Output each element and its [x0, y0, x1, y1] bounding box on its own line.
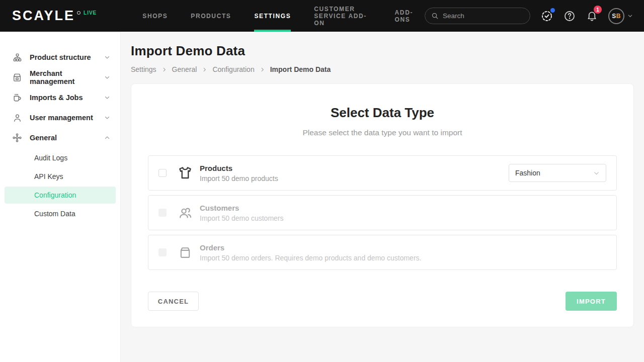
sidebar-subitem-custom-data[interactable]: Custom Data [5, 205, 116, 222]
import-demo-data-card: Select Data Type Please select the data … [131, 83, 634, 327]
sidebar-item-general[interactable]: General [0, 128, 120, 148]
breadcrumb-general[interactable]: General [172, 65, 197, 73]
select-value: Fashion [515, 169, 540, 177]
hub-icon [12, 133, 22, 143]
card-subheading: Please select the data type you want to … [148, 128, 617, 137]
mug-icon [12, 93, 22, 103]
top-navigation-bar: SCAYLE LIVE SHOPS PRODUCTS SETTINGS CUST… [0, 0, 644, 32]
global-search[interactable] [425, 8, 530, 24]
topbar-actions: 1 SB [425, 0, 633, 32]
unread-dot-badge [550, 8, 555, 13]
help-button[interactable] [564, 10, 576, 22]
brand-name: SCAYLE [12, 8, 75, 24]
chevron-right-icon [202, 67, 207, 72]
avatar-initial: B [616, 13, 621, 20]
sidebar-item-label: General [30, 134, 57, 142]
nav-products[interactable]: PRODUCTS [179, 0, 243, 32]
sidebar-item-imports-jobs[interactable]: Imports & Jobs [0, 87, 120, 108]
store-icon [12, 72, 22, 82]
nav-customer-service-add-on[interactable]: CUSTOMER SERVICE ADD-ON [302, 0, 383, 32]
nav-settings[interactable]: SETTINGS [243, 0, 302, 32]
breadcrumb-import-demo-data: Import Demo Data [270, 65, 331, 73]
option-row-orders: Orders Import 50 demo orders. Requires d… [148, 235, 617, 270]
chevron-up-icon [104, 135, 110, 141]
avatar-initial: S [612, 13, 616, 20]
data-type-options: Products Import 50 demo products Fashion [148, 155, 617, 270]
customers-icon [178, 205, 193, 220]
updates-button[interactable] [541, 10, 553, 22]
breadcrumb-configuration[interactable]: Configuration [212, 65, 254, 73]
breadcrumb: Settings General Configuration Import De… [131, 65, 634, 73]
option-title: Customers [200, 204, 284, 212]
orders-checkbox [158, 248, 167, 256]
notification-count-badge: 1 [594, 6, 602, 14]
chevron-down-icon [104, 95, 110, 101]
top-nav: SHOPS PRODUCTS SETTINGS CUSTOMER SERVICE… [131, 0, 425, 32]
chevron-down-icon [104, 115, 110, 121]
sidebar-item-label: User management [30, 114, 93, 122]
chevron-down-icon [104, 74, 110, 80]
page-title: Import Demo Data [131, 43, 634, 59]
customers-checkbox [158, 209, 167, 217]
option-row-products[interactable]: Products Import 50 demo products Fashion [148, 155, 617, 191]
import-button[interactable]: IMPORT [566, 292, 617, 311]
sidebar: Product structure Merchant management [0, 32, 121, 362]
option-description: Import 50 demo products [200, 174, 278, 183]
chevron-down-icon [627, 13, 633, 19]
option-title: Orders [200, 243, 421, 252]
option-row-customers: Customers Import 50 demo customers [148, 195, 617, 230]
hierarchy-icon [12, 52, 22, 62]
dialog-actions: CANCEL IMPORT [148, 292, 617, 311]
orders-box-icon [178, 245, 193, 260]
chevron-down-icon [593, 170, 600, 176]
option-title: Products [200, 164, 278, 172]
sidebar-subitem-configuration[interactable]: Configuration [5, 187, 116, 204]
brand-circle-icon [77, 11, 80, 15]
sidebar-item-merchant-management[interactable]: Merchant management [0, 67, 120, 87]
nav-shops[interactable]: SHOPS [131, 0, 179, 32]
avatar: SB [608, 8, 624, 24]
notifications-button[interactable]: 1 [586, 10, 598, 22]
search-input[interactable] [443, 12, 524, 20]
chevron-right-icon [260, 67, 265, 72]
products-checkbox[interactable] [158, 169, 167, 177]
main-content: Import Demo Data Settings General Config… [121, 32, 644, 362]
tshirt-icon [178, 165, 193, 180]
nav-add-ons[interactable]: ADD-ONS [383, 0, 425, 32]
cancel-button[interactable]: CANCEL [148, 292, 199, 311]
brand-logo[interactable]: SCAYLE LIVE [12, 0, 97, 32]
search-icon [431, 12, 439, 20]
products-category-select[interactable]: Fashion [509, 164, 606, 182]
chevron-down-icon [104, 54, 110, 60]
environment-badge: LIVE [84, 10, 97, 16]
sidebar-item-label: Product structure [30, 53, 91, 61]
sidebar-item-label: Merchant management [30, 69, 104, 85]
sidebar-item-user-management[interactable]: User management [0, 108, 120, 128]
option-description: Import 50 demo customers [200, 214, 284, 222]
question-mark-icon [564, 10, 576, 22]
card-heading: Select Data Type [148, 105, 617, 121]
option-description: Import 50 demo orders. Requires demo pro… [200, 254, 421, 262]
user-menu[interactable]: SB [608, 8, 633, 24]
chevron-right-icon [162, 67, 167, 72]
sidebar-item-product-structure[interactable]: Product structure [0, 47, 120, 67]
breadcrumb-settings[interactable]: Settings [131, 65, 156, 73]
user-icon [12, 113, 22, 123]
sidebar-subitem-api-keys[interactable]: API Keys [5, 168, 116, 185]
sidebar-item-label: Imports & Jobs [30, 94, 83, 102]
sidebar-subitem-audit-logs[interactable]: Audit Logs [5, 149, 116, 166]
